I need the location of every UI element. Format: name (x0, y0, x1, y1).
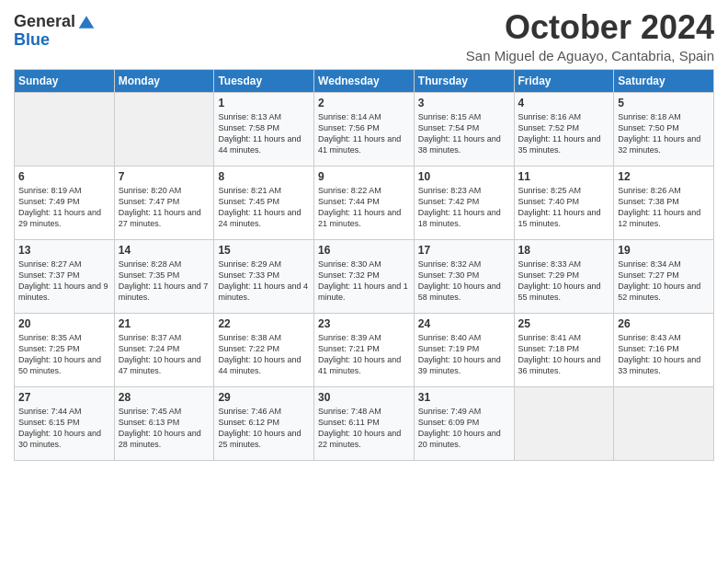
calendar-cell: 15Sunrise: 8:29 AMSunset: 7:33 PMDayligh… (214, 239, 314, 313)
day-number: 7 (119, 170, 210, 183)
calendar-cell: 14Sunrise: 8:28 AMSunset: 7:35 PMDayligh… (114, 239, 214, 313)
title-block: October 2024 San Miguel de Aguayo, Canta… (466, 9, 714, 63)
cell-info: Sunrise: 8:23 AMSunset: 7:42 PMDaylight:… (418, 185, 510, 230)
calendar-cell: 4Sunrise: 8:16 AMSunset: 7:52 PMDaylight… (514, 92, 614, 166)
logo-text-blue: Blue (14, 30, 50, 49)
calendar-cell: 9Sunrise: 8:22 AMSunset: 7:44 PMDaylight… (314, 166, 415, 239)
svg-marker-0 (79, 16, 95, 28)
calendar-cell: 18Sunrise: 8:33 AMSunset: 7:29 PMDayligh… (514, 239, 614, 313)
calendar-cell: 11Sunrise: 8:25 AMSunset: 7:40 PMDayligh… (514, 166, 614, 239)
cell-info: Sunrise: 8:40 AMSunset: 7:19 PMDaylight:… (418, 332, 510, 377)
calendar-week-1: 1Sunrise: 8:13 AMSunset: 7:58 PMDaylight… (15, 92, 714, 166)
cell-info: Sunrise: 8:20 AMSunset: 7:47 PMDaylight:… (119, 185, 210, 230)
header-monday: Monday (114, 69, 214, 92)
cell-info: Sunrise: 8:39 AMSunset: 7:21 PMDaylight:… (318, 332, 410, 377)
header-saturday: Saturday (614, 69, 714, 92)
day-number: 5 (618, 97, 710, 109)
day-number: 22 (218, 317, 310, 330)
cell-info: Sunrise: 8:13 AMSunset: 7:58 PMDaylight:… (218, 111, 310, 156)
calendar-cell: 22Sunrise: 8:38 AMSunset: 7:22 PMDayligh… (214, 313, 314, 386)
day-number: 6 (18, 170, 110, 183)
month-title: October 2024 (466, 9, 714, 46)
cell-info: Sunrise: 8:30 AMSunset: 7:32 PMDaylight:… (318, 259, 410, 304)
day-number: 19 (618, 244, 710, 257)
day-number: 2 (318, 97, 410, 109)
calendar-cell: 27Sunrise: 7:44 AMSunset: 6:15 PMDayligh… (15, 386, 115, 460)
day-number: 30 (318, 391, 410, 404)
cell-info: Sunrise: 8:29 AMSunset: 7:33 PMDaylight:… (218, 259, 310, 304)
day-number: 8 (218, 170, 310, 183)
cell-info: Sunrise: 8:32 AMSunset: 7:30 PMDaylight:… (418, 259, 510, 304)
calendar-cell: 28Sunrise: 7:45 AMSunset: 6:13 PMDayligh… (114, 386, 214, 460)
cell-info: Sunrise: 7:49 AMSunset: 6:09 PMDaylight:… (418, 406, 510, 451)
calendar-cell: 19Sunrise: 8:34 AMSunset: 7:27 PMDayligh… (614, 239, 714, 313)
cell-info: Sunrise: 8:16 AMSunset: 7:52 PMDaylight:… (518, 111, 610, 156)
cell-info: Sunrise: 8:35 AMSunset: 7:25 PMDaylight:… (18, 332, 110, 377)
day-number: 26 (618, 317, 710, 330)
calendar-week-3: 13Sunrise: 8:27 AMSunset: 7:37 PMDayligh… (15, 239, 714, 313)
cell-info: Sunrise: 8:25 AMSunset: 7:40 PMDaylight:… (518, 185, 610, 230)
calendar-body: 1Sunrise: 8:13 AMSunset: 7:58 PMDaylight… (15, 92, 714, 460)
calendar-cell: 3Sunrise: 8:15 AMSunset: 7:54 PMDaylight… (414, 92, 514, 166)
calendar-cell: 10Sunrise: 8:23 AMSunset: 7:42 PMDayligh… (414, 166, 514, 239)
calendar-cell: 8Sunrise: 8:21 AMSunset: 7:45 PMDaylight… (214, 166, 314, 239)
day-number: 21 (119, 317, 210, 330)
calendar-table: Sunday Monday Tuesday Wednesday Thursday… (14, 69, 714, 461)
header: General Blue October 2024 San Miguel de … (14, 9, 714, 63)
cell-info: Sunrise: 8:27 AMSunset: 7:37 PMDaylight:… (18, 259, 110, 304)
calendar-week-4: 20Sunrise: 8:35 AMSunset: 7:25 PMDayligh… (15, 313, 714, 386)
calendar-cell (514, 386, 614, 460)
calendar-week-2: 6Sunrise: 8:19 AMSunset: 7:49 PMDaylight… (15, 166, 714, 239)
logo-text-general: General (14, 13, 75, 31)
day-number: 16 (318, 244, 410, 257)
day-number: 1 (218, 97, 310, 109)
cell-info: Sunrise: 7:48 AMSunset: 6:11 PMDaylight:… (318, 406, 410, 451)
day-number: 23 (318, 317, 410, 330)
cell-info: Sunrise: 8:34 AMSunset: 7:27 PMDaylight:… (618, 259, 710, 304)
page-container: General Blue October 2024 San Miguel de … (0, 0, 728, 470)
header-friday: Friday (514, 69, 614, 92)
cell-info: Sunrise: 8:18 AMSunset: 7:50 PMDaylight:… (618, 111, 710, 156)
logo-icon (77, 13, 96, 31)
calendar-cell: 31Sunrise: 7:49 AMSunset: 6:09 PMDayligh… (414, 386, 514, 460)
cell-info: Sunrise: 8:19 AMSunset: 7:49 PMDaylight:… (18, 185, 110, 230)
calendar-cell (15, 92, 115, 166)
cell-info: Sunrise: 8:21 AMSunset: 7:45 PMDaylight:… (218, 185, 310, 230)
day-number: 9 (318, 170, 410, 183)
cell-info: Sunrise: 8:14 AMSunset: 7:56 PMDaylight:… (318, 111, 410, 156)
calendar-cell (114, 92, 214, 166)
calendar-cell: 1Sunrise: 8:13 AMSunset: 7:58 PMDaylight… (214, 92, 314, 166)
calendar-cell: 16Sunrise: 8:30 AMSunset: 7:32 PMDayligh… (314, 239, 415, 313)
cell-info: Sunrise: 8:22 AMSunset: 7:44 PMDaylight:… (318, 185, 410, 230)
day-number: 17 (418, 244, 510, 257)
header-sunday: Sunday (15, 69, 115, 92)
day-number: 18 (518, 244, 610, 257)
calendar-cell: 24Sunrise: 8:40 AMSunset: 7:19 PMDayligh… (414, 313, 514, 386)
calendar-cell (614, 386, 714, 460)
calendar-cell: 5Sunrise: 8:18 AMSunset: 7:50 PMDaylight… (614, 92, 714, 166)
day-number: 29 (218, 391, 310, 404)
calendar-cell: 21Sunrise: 8:37 AMSunset: 7:24 PMDayligh… (114, 313, 214, 386)
calendar-cell: 13Sunrise: 8:27 AMSunset: 7:37 PMDayligh… (15, 239, 115, 313)
header-tuesday: Tuesday (214, 69, 314, 92)
day-number: 4 (518, 97, 610, 109)
day-number: 3 (418, 97, 510, 109)
header-thursday: Thursday (414, 69, 514, 92)
calendar-cell: 26Sunrise: 8:43 AMSunset: 7:16 PMDayligh… (614, 313, 714, 386)
day-number: 31 (418, 391, 510, 404)
calendar-cell: 29Sunrise: 7:46 AMSunset: 6:12 PMDayligh… (214, 386, 314, 460)
calendar-cell: 20Sunrise: 8:35 AMSunset: 7:25 PMDayligh… (15, 313, 115, 386)
subtitle: San Miguel de Aguayo, Cantabria, Spain (466, 48, 714, 63)
calendar-cell: 2Sunrise: 8:14 AMSunset: 7:56 PMDaylight… (314, 92, 415, 166)
day-number: 27 (18, 391, 110, 404)
day-number: 12 (618, 170, 710, 183)
cell-info: Sunrise: 8:15 AMSunset: 7:54 PMDaylight:… (418, 111, 510, 156)
day-number: 14 (119, 244, 210, 257)
logo: General Blue (14, 13, 96, 50)
day-number: 28 (119, 391, 210, 404)
day-number: 24 (418, 317, 510, 330)
cell-info: Sunrise: 8:43 AMSunset: 7:16 PMDaylight:… (618, 332, 710, 377)
calendar-cell: 23Sunrise: 8:39 AMSunset: 7:21 PMDayligh… (314, 313, 415, 386)
calendar-cell: 17Sunrise: 8:32 AMSunset: 7:30 PMDayligh… (414, 239, 514, 313)
calendar-week-5: 27Sunrise: 7:44 AMSunset: 6:15 PMDayligh… (15, 386, 714, 460)
